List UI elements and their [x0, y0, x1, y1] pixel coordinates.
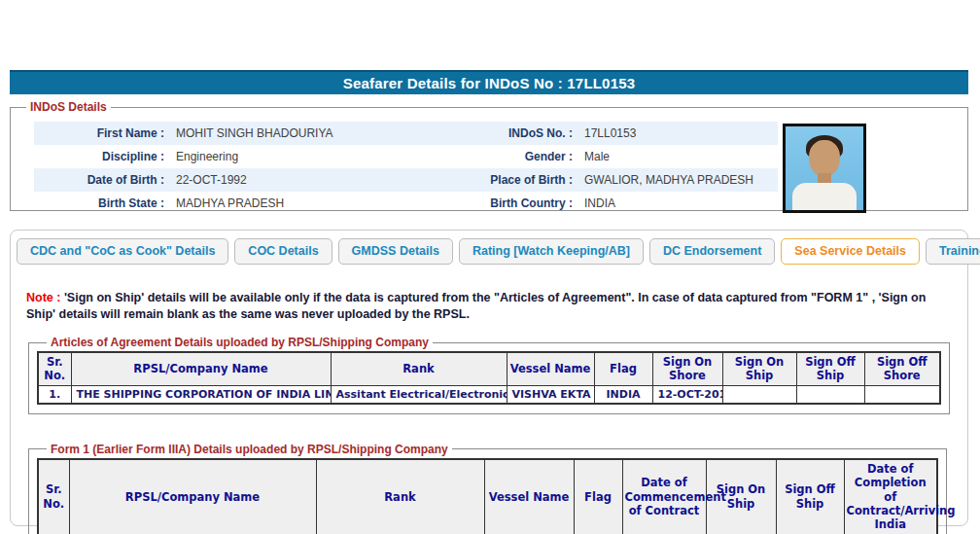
col-header-flag: Flag [594, 352, 652, 385]
note-body: 'Sign on Ship' details will be available… [26, 291, 926, 321]
indos-row: Date of Birth : 22-OCT-1992 Place of Bir… [34, 168, 778, 192]
tab-sea-service-details[interactable]: Sea Service Details [781, 238, 920, 265]
cell-sign-off-shore [864, 385, 940, 404]
cell-sign-on-ship [722, 385, 796, 404]
date-of-birth-value: 22-OCT-1992 [170, 168, 462, 192]
birth-country-label: Birth Country : [462, 192, 578, 215]
place-of-birth-value: GWALIOR, MADHYA PRADESH [578, 168, 778, 192]
cell-sign-off-ship [796, 385, 864, 404]
articles-of-agreement-legend: Articles of Agreement Details uploaded b… [47, 336, 433, 349]
tab-gmdss-details[interactable]: GMDSS Details [338, 238, 453, 265]
col-header-sign-on-ship: Sign On Ship [722, 352, 796, 385]
first-name-label: First Name : [34, 122, 170, 145]
photo-silhouette-head [809, 140, 840, 177]
cell-flag: INDIA [594, 385, 652, 404]
col-header-company: RPSL/Company Name [69, 459, 316, 534]
form1-table: Sr. No. RPSL/Company Name Rank Vessel Na… [37, 458, 938, 534]
page-header-bar: Seafarer Details for INDoS No : 17LL0153 [10, 70, 968, 94]
indos-details-table: First Name : MOHIT SINGH BHADOURIYA INDo… [34, 122, 778, 215]
note-prefix: Note : [26, 291, 64, 304]
indos-row: Discipline : Engineering Gender : Male [34, 145, 778, 168]
photo-silhouette-shirt [792, 183, 857, 213]
col-header-rank: Rank [316, 459, 484, 534]
indos-row: Birth State : MADHYA PRADESH Birth Count… [34, 192, 778, 215]
articles-data-row: 1. THE SHIPPING CORPORATION OF INDIA LIM… [38, 385, 940, 404]
indos-row: First Name : MOHIT SINGH BHADOURIYA INDo… [34, 122, 778, 145]
col-header-sr-no: Sr. No. [38, 459, 69, 534]
birth-state-value: MADHYA PRADESH [170, 192, 462, 215]
tab-content-panel: CDC and "CoC as Cook" Details COC Detail… [10, 230, 968, 526]
indos-details-section: INDoS Details First Name : MOHIT SINGH B… [10, 100, 968, 211]
articles-of-agreement-table: Sr. No. RPSL/Company Name Rank Vessel Na… [37, 351, 941, 405]
tab-dc-endorsement[interactable]: DC Endorsement [649, 238, 775, 265]
birth-state-label: Birth State : [34, 192, 170, 215]
col-header-rank: Rank [331, 352, 507, 385]
tab-strip: CDC and "CoC as Cook" Details COC Detail… [11, 238, 967, 265]
indos-no-label: INDoS No. : [462, 122, 578, 145]
discipline-label: Discipline : [34, 145, 170, 168]
col-header-sign-on-shore: Sign On Shore [652, 352, 722, 385]
cell-rank: Assitant Electrical/Electronics Officer [331, 385, 507, 404]
cell-sr-no: 1. [38, 385, 71, 404]
place-of-birth-label: Place of Birth : [462, 168, 578, 192]
articles-of-agreement-section: Articles of Agreement Details uploaded b… [28, 336, 950, 414]
col-header-vessel-name: Vessel Name [484, 459, 574, 534]
col-header-sign-off-shore: Sign Off Shore [864, 352, 940, 385]
tab-cdc-coc-cook-details[interactable]: CDC and "CoC as Cook" Details [17, 238, 228, 265]
tab-coc-details[interactable]: COC Details [234, 238, 332, 265]
form1-section: Form 1 (Earlier Form IIIA) Details uploa… [28, 443, 947, 534]
col-header-sign-off-ship: Sign Off Ship [796, 352, 864, 385]
col-header-date-of-completion: Date of Completion of Contract/Arriving … [844, 459, 937, 534]
col-header-flag: Flag [574, 459, 622, 534]
form1-header-row: Sr. No. RPSL/Company Name Rank Vessel Na… [38, 459, 937, 534]
indos-details-legend: INDoS Details [26, 100, 111, 114]
birth-country-value: INDIA [578, 192, 778, 215]
col-header-sr-no: Sr. No. [38, 352, 71, 385]
cell-vessel-name: VISHVA EKTA [507, 385, 594, 404]
col-header-sign-off-ship: Sign Off Ship [776, 459, 844, 534]
sign-on-ship-note: Note : 'Sign on Ship' details will be av… [26, 290, 956, 323]
col-header-vessel-name: Vessel Name [507, 352, 594, 385]
gender-value: Male [578, 145, 778, 168]
discipline-value: Engineering [170, 145, 462, 168]
first-name-value: MOHIT SINGH BHADOURIYA [170, 122, 462, 145]
gender-label: Gender : [462, 145, 578, 168]
tab-rating-watch-keeping-ab[interactable]: Rating [Watch Keeping/AB] [459, 238, 644, 265]
cell-company: THE SHIPPING CORPORATION OF INDIA LIMITE… [71, 385, 331, 404]
seafarer-details-page: Seafarer Details for INDoS No : 17LL0153… [0, 0, 980, 526]
tab-training-details[interactable]: Training Details [926, 238, 980, 265]
indos-no-value: 17LL0153 [578, 122, 778, 145]
col-header-company: RPSL/Company Name [71, 352, 331, 385]
page-title: Seafarer Details for INDoS No : 17LL0153 [10, 72, 968, 95]
col-header-date-of-commencement: Date of Commencement of Contract [622, 459, 706, 534]
form1-legend: Form 1 (Earlier Form IIIA) Details uploa… [47, 443, 452, 456]
col-header-sign-on-ship: Sign On Ship [706, 459, 776, 534]
articles-header-row: Sr. No. RPSL/Company Name Rank Vessel Na… [38, 352, 940, 385]
cell-sign-on-shore: 12-OCT-2017 [652, 385, 722, 404]
date-of-birth-label: Date of Birth : [34, 168, 170, 192]
seafarer-photo [783, 124, 866, 213]
